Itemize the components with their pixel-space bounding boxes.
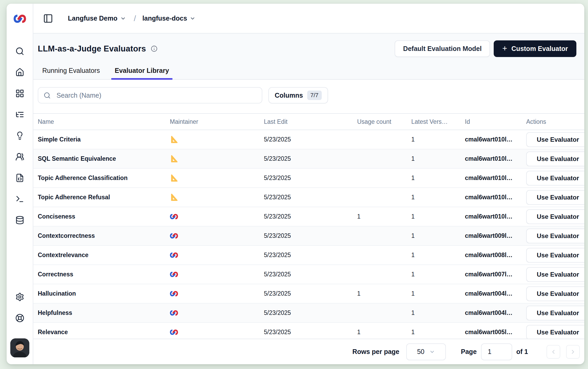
latest-version-cell: 1 [411,136,465,143]
search-icon [44,92,51,99]
column-header-id[interactable]: Id [465,118,526,125]
column-header-actions: Actions [526,118,584,125]
column-header-usage-count[interactable]: Usage count [357,118,411,125]
maintainer-cell [170,309,264,317]
actions-cell: Use Evaluator [526,286,584,301]
use-evaluator-button[interactable]: Use Evaluator [526,286,584,301]
page-title: LLM-as-a-Judge Evaluators [38,44,146,54]
use-evaluator-button[interactable]: Use Evaluator [526,325,584,339]
user-avatar[interactable] [10,338,29,357]
breadcrumb: Langfuse Demo / langfuse-docs [33,4,584,34]
project-selector[interactable]: langfuse-docs [142,15,187,22]
terminal-icon[interactable] [15,195,24,204]
actions-cell: Use Evaluator [526,152,584,166]
rows-per-page-select[interactable]: 50 [406,343,446,360]
page-header: LLM-as-a-Judge Evaluators Default Evalua… [33,34,584,80]
use-evaluator-button[interactable]: Use Evaluator [526,190,584,205]
column-header-last-edit[interactable]: Last Edit [264,118,357,125]
sidebar [7,4,33,364]
id-cell: cmal6wart010l… [465,136,526,143]
column-header-maintainer[interactable]: Maintainer [170,118,264,125]
id-cell: cmal6wart010l… [465,213,526,220]
table-row[interactable]: Helpfulness 5/23/2025 1 cmal6wart004l… U… [33,304,584,323]
table-row[interactable]: Topic Adherence Classification 5/23/2025… [33,169,584,188]
rows-per-page-value: 50 [417,348,424,356]
maintainer-cell [170,135,264,144]
usage-count-cell: 1 [357,290,411,297]
actions-cell: Use Evaluator [526,209,584,224]
chevron-down-icon[interactable] [190,16,195,21]
tracing-tree-icon[interactable] [15,110,24,119]
latest-version-cell: 1 [411,194,465,201]
table-row[interactable]: Hallucination 5/23/2025 1 1 cmal6wart004… [33,284,584,304]
search-input[interactable] [57,92,256,99]
langfuse-maintainer-icon [170,270,178,278]
use-evaluator-button[interactable]: Use Evaluator [526,229,584,243]
last-edit-cell: 5/23/2025 [264,213,357,220]
langfuse-maintainer-icon [170,212,178,221]
previous-page-button[interactable] [547,345,560,359]
use-evaluator-button[interactable]: Use Evaluator [526,152,584,166]
tab-evaluator-library[interactable]: Evaluator Library [111,67,172,79]
info-icon[interactable] [151,45,157,52]
maintainer-cell [170,155,264,163]
search-icon[interactable] [15,47,24,56]
actions-cell: Use Evaluator [526,267,584,282]
home-icon[interactable] [15,68,24,77]
evaluator-name-cell: Contextrelevance [38,252,170,259]
lightbulb-icon[interactable] [15,131,24,140]
langfuse-logo-icon[interactable] [7,4,33,34]
settings-gear-icon[interactable] [15,292,24,301]
custom-evaluator-button[interactable]: + Custom Evaluator [494,40,576,57]
table-row[interactable]: Conciseness 5/23/2025 1 1 cmal6wart010l…… [33,207,584,226]
table-row[interactable]: Topic Adherence Refusal 5/23/2025 1 cmal… [33,188,584,207]
columns-label: Columns [275,92,303,99]
use-evaluator-button[interactable]: Use Evaluator [526,171,584,186]
use-evaluator-button[interactable]: Use Evaluator [526,132,584,147]
datasets-database-icon[interactable] [15,216,24,225]
table-row[interactable]: Correctness 5/23/2025 1 cmal6wart007l… U… [33,265,584,284]
use-evaluator-button[interactable]: Use Evaluator [526,306,584,320]
columns-button[interactable]: Columns 7/7 [268,87,328,103]
users-icon[interactable] [15,152,24,161]
column-header-name[interactable]: Name [38,118,170,125]
sidebar-toggle-icon[interactable] [43,13,53,23]
org-selector[interactable]: Langfuse Demo [68,15,118,22]
support-lifebuoy-icon[interactable] [15,314,24,323]
last-edit-cell: 5/23/2025 [264,252,357,259]
table-row[interactable]: Relevance 5/23/2025 1 1 cmal6wart005l… U… [33,323,584,339]
dashboard-grid-icon[interactable] [15,89,24,98]
latest-version-cell: 1 [411,329,465,336]
page-number-input[interactable] [481,343,512,360]
use-evaluator-button[interactable]: Use Evaluator [526,209,584,224]
tab-running-evaluators[interactable]: Running Evaluators [39,67,103,79]
actions-cell: Use Evaluator [526,325,584,339]
last-edit-cell: 5/23/2025 [264,194,357,201]
maintainer-cell [170,232,264,240]
table-row[interactable]: Contextrelevance 5/23/2025 1 cmal6wart00… [33,246,584,265]
last-edit-cell: 5/23/2025 [264,329,357,336]
maintainer-cell [170,290,264,298]
evaluator-name-cell: Topic Adherence Classification [38,174,170,182]
id-cell: cmal6wart008l… [465,252,526,259]
evaluator-name-cell: Topic Adherence Refusal [38,194,170,201]
maintainer-cell [170,174,264,182]
table-row[interactable]: Contextcorrectness 5/23/2025 1 cmal6wart… [33,226,584,246]
next-page-button[interactable] [566,345,580,359]
prompts-file-icon[interactable] [15,173,24,182]
latest-version-cell: 1 [411,232,465,239]
search-box [38,87,262,103]
table-row[interactable]: SQL Semantic Equivalence 5/23/2025 1 cma… [33,149,584,169]
default-evaluation-model-button[interactable]: Default Evaluation Model [395,40,490,57]
last-edit-cell: 5/23/2025 [264,136,357,143]
actions-cell: Use Evaluator [526,171,584,186]
column-header-latest-version[interactable]: Latest Vers… [411,118,465,125]
maintainer-cell [170,212,264,221]
chevron-down-icon[interactable] [120,16,126,21]
use-evaluator-button[interactable]: Use Evaluator [526,248,584,263]
table-row[interactable]: Simple Criteria 5/23/2025 1 cmal6wart010… [33,130,584,149]
main-area: Langfuse Demo / langfuse-docs LLM-as-a-J… [33,4,584,364]
use-evaluator-button[interactable]: Use Evaluator [526,267,584,282]
langfuse-maintainer-icon [170,309,178,317]
content: Columns 7/7 Name Maintainer Last Edit Us… [33,80,584,364]
